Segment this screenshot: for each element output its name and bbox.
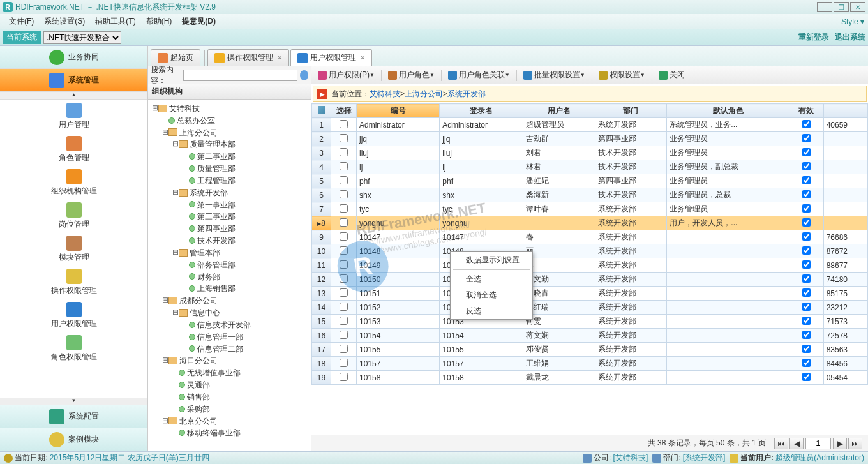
table-row[interactable]: 5 phf phf 潘虹妃 第四事业部 业务管理员 bbox=[312, 174, 868, 188]
table-row[interactable]: 16 10154 10154 蒋文娴 系统开发部 72578 bbox=[312, 329, 868, 343]
tree-node[interactable]: 采购部 bbox=[149, 403, 310, 415]
row-checkbox[interactable] bbox=[340, 218, 348, 227]
pager-prev-button[interactable]: ◀ bbox=[789, 438, 804, 449]
tree-node[interactable]: 总裁办公室 bbox=[149, 114, 310, 126]
tree-node[interactable]: ⊟艾特科技 bbox=[149, 102, 310, 114]
nav-section-example[interactable]: 案例模块 bbox=[0, 428, 147, 451]
pager-next-button[interactable]: ▶ bbox=[833, 438, 847, 449]
valid-checkbox[interactable] bbox=[802, 120, 811, 128]
tree-toggle-icon[interactable] bbox=[183, 271, 189, 282]
tree-node[interactable]: 第四事业部 bbox=[149, 222, 310, 234]
tree-node[interactable]: ⊟成都分公司 bbox=[149, 294, 310, 306]
breadcrumb-link[interactable]: 系统开发部 bbox=[447, 89, 486, 98]
tree-node[interactable]: 信息管理二部 bbox=[149, 343, 310, 355]
menu-tools[interactable]: 辅助工具(T) bbox=[90, 16, 140, 27]
toolbar-button[interactable]: 关闭 bbox=[655, 68, 689, 82]
row-checkbox[interactable] bbox=[340, 373, 348, 381]
row-checkbox[interactable] bbox=[340, 359, 348, 367]
context-menu-item[interactable]: 数据显示列设置 bbox=[451, 252, 532, 268]
tree-toggle-icon[interactable] bbox=[172, 391, 179, 402]
valid-checkbox[interactable] bbox=[802, 232, 811, 241]
row-checkbox[interactable] bbox=[340, 303, 348, 311]
tree-toggle-icon[interactable] bbox=[183, 343, 189, 354]
grid-header[interactable]: 编号 bbox=[357, 104, 440, 118]
valid-checkbox[interactable] bbox=[802, 204, 811, 213]
row-checkbox[interactable] bbox=[340, 162, 348, 170]
table-row[interactable]: 14 10152 10152 李红瑞 系统开发部 23212 bbox=[312, 301, 868, 315]
tab-close-icon[interactable]: ✕ bbox=[360, 54, 365, 61]
tree-node[interactable]: 财务部 bbox=[149, 271, 310, 283]
tree-node[interactable]: 移动终端事业部 bbox=[149, 426, 310, 438]
tree-node[interactable]: 上海销售部 bbox=[149, 282, 310, 294]
tree-node[interactable]: ⊟上海分公司 bbox=[149, 126, 310, 138]
tree-node[interactable]: 质量管理部 bbox=[149, 162, 310, 174]
tree-toggle-icon[interactable]: ⊟ bbox=[172, 186, 179, 198]
tree-node[interactable]: 第二事业部 bbox=[149, 150, 310, 162]
valid-checkbox[interactable] bbox=[802, 246, 811, 255]
tree-toggle-icon[interactable] bbox=[172, 403, 179, 414]
row-checkbox[interactable] bbox=[340, 288, 348, 297]
toolbar-button[interactable]: 批量权限设置 ▼ bbox=[520, 68, 589, 82]
tree-toggle-icon[interactable]: ⊟ bbox=[162, 126, 168, 138]
tree-node[interactable]: 部务管理部 bbox=[149, 258, 310, 271]
pager-last-button[interactable]: ⏭ bbox=[848, 438, 862, 449]
nav-section-business[interactable]: 业务协同 bbox=[0, 46, 147, 69]
valid-checkbox[interactable] bbox=[802, 260, 811, 269]
menu-settings[interactable]: 系统设置(S) bbox=[39, 16, 90, 27]
valid-checkbox[interactable] bbox=[802, 359, 811, 367]
tree-toggle-icon[interactable] bbox=[183, 150, 189, 161]
toolbar-button[interactable]: 用户角色关联 ▼ bbox=[444, 68, 514, 82]
tree-toggle-icon[interactable]: ⊟ bbox=[162, 354, 168, 366]
table-row[interactable]: 10 10148 10148 丽 系统开发部 87672 bbox=[312, 244, 868, 258]
valid-checkbox[interactable] bbox=[802, 190, 811, 198]
subnav-item[interactable]: 操作权限管理 bbox=[0, 266, 147, 299]
tree-node[interactable]: 信息技术开发部 bbox=[149, 318, 310, 331]
tree-node[interactable]: ⊟信息中心 bbox=[149, 306, 310, 318]
system-select[interactable]: .NET快速开发整合 bbox=[43, 31, 121, 44]
table-row[interactable]: 18 10157 10157 王维娟 系统开发部 84456 bbox=[312, 357, 868, 371]
grid-header[interactable]: 用户名 bbox=[523, 104, 595, 118]
row-checkbox[interactable] bbox=[340, 204, 348, 213]
tab[interactable]: 起始页 bbox=[151, 49, 200, 66]
valid-checkbox[interactable] bbox=[802, 134, 811, 142]
grid-wrapper[interactable]: 选择编号登录名用户名部门默认角色有效 1 Administrator Admin… bbox=[311, 103, 868, 435]
row-checkbox[interactable] bbox=[340, 120, 348, 128]
row-checkbox[interactable] bbox=[340, 331, 348, 339]
toolbar-button[interactable]: 用户权限(P) ▼ bbox=[314, 68, 378, 82]
table-row[interactable]: 3 liuj liuj 刘君 技术开发部 业务管理员 bbox=[312, 146, 868, 160]
table-row[interactable]: 11 10149 10149 蓉 系统开发部 88677 bbox=[312, 258, 868, 273]
table-row[interactable]: 19 10158 10158 戴晨龙 系统开发部 05454 bbox=[312, 371, 868, 385]
scroll-up-icon[interactable]: ▲ bbox=[0, 92, 147, 100]
grid-header[interactable]: 部门 bbox=[595, 104, 667, 118]
table-row[interactable]: 13 10151 10151 胡晓青 系统开发部 85175 bbox=[312, 287, 868, 301]
table-row[interactable]: 6 shx shx 桑海新 技术开发部 业务管理员，总裁 bbox=[312, 188, 868, 202]
valid-checkbox[interactable] bbox=[802, 303, 811, 311]
toolbar-button[interactable]: 用户角色 ▼ bbox=[384, 68, 438, 82]
grid-header[interactable] bbox=[823, 104, 867, 118]
org-tree[interactable]: ⊟艾特科技 总裁办公室⊟上海分公司⊟质量管理本部 第二事业部 质量管理部 工程管… bbox=[148, 100, 311, 451]
table-row[interactable]: 17 10155 10155 邓俊贤 系统开发部 83563 bbox=[312, 343, 868, 357]
table-row[interactable]: 9 10147 10147 春 系统开发部 76686 bbox=[312, 230, 868, 244]
select-all-icon[interactable] bbox=[318, 106, 326, 114]
tree-toggle-icon[interactable]: ⊟ bbox=[152, 102, 158, 114]
tree-node[interactable]: ⊟海口分公司 bbox=[149, 354, 310, 366]
tree-toggle-icon[interactable]: ⊟ bbox=[172, 138, 179, 149]
tree-toggle-icon[interactable] bbox=[162, 114, 168, 126]
subnav-item[interactable]: 用户权限管理 bbox=[0, 299, 147, 332]
tree-node[interactable]: 技术开发部 bbox=[149, 234, 310, 246]
status-user[interactable]: 超级管理员(Administrator) bbox=[775, 453, 864, 463]
row-checkbox[interactable] bbox=[340, 134, 348, 142]
tab-close-icon[interactable]: ✕ bbox=[277, 54, 282, 61]
grid-header[interactable]: 默认角色 bbox=[667, 104, 789, 118]
tree-node[interactable]: ⊟北京分公司 bbox=[149, 415, 310, 427]
nav-section-system[interactable]: 系统管理 bbox=[0, 69, 147, 92]
tree-toggle-icon[interactable] bbox=[183, 318, 189, 330]
row-checkbox[interactable] bbox=[340, 232, 348, 241]
valid-checkbox[interactable] bbox=[802, 274, 811, 283]
tree-node[interactable]: 工程管理部 bbox=[149, 174, 310, 186]
status-dept[interactable]: [系统开发部] bbox=[683, 453, 726, 463]
search-input[interactable] bbox=[183, 70, 297, 81]
tree-toggle-icon[interactable] bbox=[183, 234, 189, 246]
tree-node[interactable]: 灵通部 bbox=[149, 378, 310, 391]
valid-checkbox[interactable] bbox=[802, 331, 811, 339]
